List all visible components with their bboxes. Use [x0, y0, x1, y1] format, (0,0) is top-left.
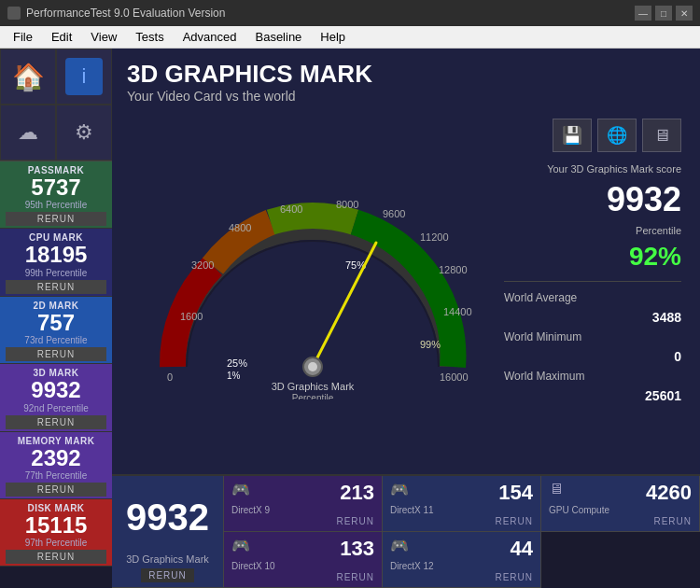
- passmark-rerun[interactable]: RERUN: [6, 212, 106, 226]
- world-minimum-stat: World Minimum: [504, 330, 681, 343]
- world-maximum-stat: World Maximum: [504, 370, 681, 383]
- panel-header: 3D GRAPHICS MARK Your Video Card vs the …: [112, 49, 700, 109]
- cpu-card[interactable]: CPU MARK 18195 99th Percentile RERUN: [0, 229, 112, 296]
- main-3d-rerun[interactable]: RERUN: [141, 568, 194, 582]
- gpucomp-value: 4260: [646, 481, 692, 505]
- gear-icon: ⚙: [75, 120, 93, 145]
- memory-title: MEMORY MARK: [6, 436, 106, 446]
- svg-text:1%: 1%: [227, 371, 241, 381]
- dx12-value: 44: [511, 537, 533, 561]
- settings-icon-btn[interactable]: ⚙: [56, 105, 112, 161]
- svg-line-15: [313, 243, 376, 367]
- svg-text:Percentile: Percentile: [292, 393, 334, 399]
- svg-text:0: 0: [167, 371, 173, 383]
- svg-text:14400: 14400: [443, 306, 472, 317]
- gauge-area: 0 1600 3200 4800 6400 8000 9600 11200 12…: [112, 109, 700, 474]
- svg-text:6400: 6400: [280, 203, 302, 215]
- passmark-percentile: 95th Percentile: [6, 200, 106, 210]
- dx10-label: DirectX 10: [231, 561, 374, 571]
- cloud-icon-btn[interactable]: ☁: [0, 105, 56, 161]
- twod-value: 757: [6, 311, 106, 335]
- gpucomp-rerun[interactable]: RERUN: [549, 516, 692, 526]
- menu-help[interactable]: Help: [311, 28, 355, 46]
- memory-rerun[interactable]: RERUN: [6, 483, 106, 497]
- gpucomp-cell: 🖥 4260 GPU Compute RERUN: [541, 476, 700, 532]
- memory-value: 2392: [6, 446, 106, 470]
- svg-text:1600: 1600: [180, 311, 203, 322]
- info-icon-btn[interactable]: i: [56, 49, 112, 105]
- world-average-value: 3488: [504, 310, 681, 325]
- menu-file[interactable]: File: [4, 28, 42, 46]
- bottom-grid: 9932 3D Graphics Mark RERUN 🎮 213 Direct…: [112, 474, 700, 588]
- sidebar-icons: 🏠 i ☁ ⚙: [0, 49, 112, 161]
- disk-percentile: 97th Percentile: [6, 538, 106, 548]
- dx11-label: DirectX 11: [390, 505, 533, 515]
- world-icon: 🌐: [607, 125, 627, 146]
- home-icon-btn[interactable]: 🏠: [0, 49, 56, 105]
- memory-percentile: 77th Percentile: [6, 470, 106, 481]
- svg-point-17: [308, 362, 317, 371]
- gpucomp-label: GPU Compute: [549, 505, 692, 515]
- compare-icon: 🖥: [653, 126, 670, 146]
- menu-baseline[interactable]: Baseline: [245, 28, 311, 46]
- cpu-value: 18195: [6, 243, 106, 267]
- dx10-icon: 🎮: [231, 537, 250, 554]
- dx12-icon: 🎮: [390, 537, 409, 554]
- svg-text:9600: 9600: [383, 208, 405, 219]
- disk-card[interactable]: DISK MARK 15115 97th Percentile RERUN: [0, 499, 112, 567]
- menu-tests[interactable]: Tests: [126, 28, 173, 46]
- svg-text:3D Graphics Mark: 3D Graphics Mark: [272, 381, 355, 392]
- disk-value: 15115: [6, 513, 106, 538]
- passmark-value: 5737: [6, 175, 106, 200]
- info-divider: [504, 281, 681, 282]
- menu-edit[interactable]: Edit: [42, 28, 81, 46]
- disk-rerun[interactable]: RERUN: [6, 550, 106, 564]
- info-action-icons: 💾 🌐 🖥: [504, 119, 681, 152]
- cloud-icon: ☁: [18, 120, 38, 145]
- dx10-value: 133: [340, 537, 374, 561]
- info-panel: 💾 🌐 🖥 Your 3D Graphics Mark score 9932 P…: [504, 109, 691, 474]
- window-title: PerformanceTest 9.0 Evaluation Version: [26, 7, 225, 20]
- svg-text:4800: 4800: [229, 222, 251, 233]
- threed-card[interactable]: 3D MARK 9932 92nd Percentile RERUN: [0, 364, 112, 431]
- dx9-rerun[interactable]: RERUN: [231, 516, 374, 526]
- dx11-rerun[interactable]: RERUN: [390, 516, 533, 526]
- score-value: 9932: [504, 180, 681, 219]
- dx12-cell: 🎮 44 DirectX 12 RERUN: [383, 532, 541, 588]
- menu-advanced[interactable]: Advanced: [174, 28, 246, 46]
- dx10-rerun[interactable]: RERUN: [231, 572, 374, 582]
- twod-card[interactable]: 2D MARK 757 73rd Percentile RERUN: [0, 297, 112, 364]
- main-3d-label: 3D Graphics Mark: [126, 553, 209, 565]
- svg-text:3200: 3200: [191, 259, 214, 271]
- world-average-value-row: 3488: [504, 310, 681, 325]
- main-panel: 3D GRAPHICS MARK Your Video Card vs the …: [112, 49, 700, 588]
- world-average-label: World Average: [504, 291, 577, 304]
- svg-text:99%: 99%: [420, 339, 441, 350]
- world-icon-btn[interactable]: 🌐: [597, 119, 637, 152]
- menu-view[interactable]: View: [81, 28, 126, 46]
- passmark-card[interactable]: PASSMARK 5737 95th Percentile RERUN: [0, 161, 112, 229]
- svg-text:25%: 25%: [227, 357, 247, 369]
- menu-bar: File Edit View Tests Advanced Baseline H…: [0, 26, 700, 49]
- memory-card[interactable]: MEMORY MARK 2392 77th Percentile RERUN: [0, 432, 112, 499]
- dx11-value: 154: [498, 481, 533, 505]
- threed-rerun[interactable]: RERUN: [6, 415, 106, 429]
- maximize-button[interactable]: □: [655, 6, 672, 21]
- minimize-button[interactable]: —: [635, 6, 651, 21]
- home-icon: 🏠: [12, 62, 45, 92]
- svg-text:16000: 16000: [440, 371, 469, 383]
- info-icon: i: [65, 58, 103, 95]
- close-button[interactable]: ✕: [676, 6, 693, 21]
- world-average-stat: World Average: [504, 291, 681, 304]
- panel-subtitle: Your Video Card vs the world: [127, 89, 685, 104]
- dx12-rerun[interactable]: RERUN: [390, 572, 533, 582]
- svg-text:12800: 12800: [439, 264, 468, 275]
- compare-icon-btn[interactable]: 🖥: [642, 119, 681, 152]
- percentile-value: 92%: [504, 242, 681, 272]
- score-label: Your 3D Graphics Mark score: [504, 163, 681, 175]
- cpu-rerun[interactable]: RERUN: [6, 280, 106, 294]
- title-bar: PerformanceTest 9.0 Evaluation Version —…: [0, 0, 700, 26]
- twod-rerun[interactable]: RERUN: [6, 347, 106, 361]
- save-icon-btn[interactable]: 💾: [553, 119, 592, 152]
- main-3d-cell: 9932 3D Graphics Mark RERUN: [112, 476, 224, 588]
